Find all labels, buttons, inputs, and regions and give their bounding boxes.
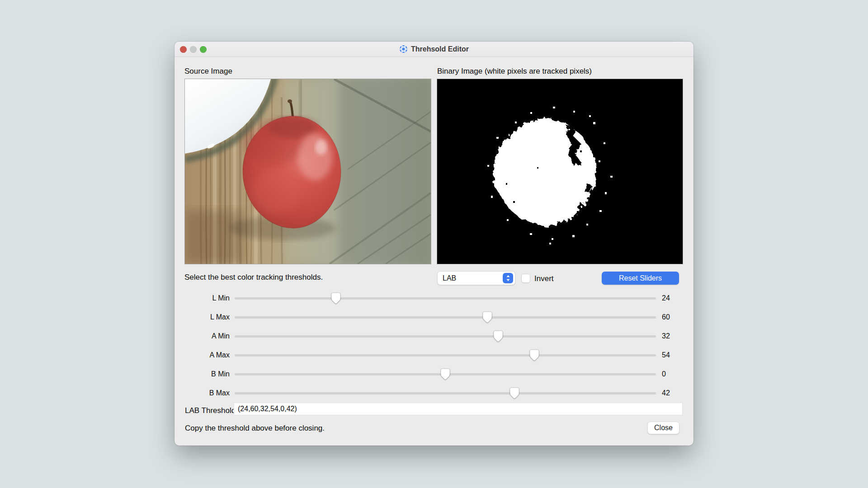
slider-track[interactable] [235,373,656,375]
slider-thumb[interactable] [529,349,539,363]
close-window-button[interactable] [180,46,187,53]
slider-value: 42 [662,389,670,397]
slider-row-a-min: A Min 32 [175,327,693,346]
slider-value: 60 [662,313,670,321]
slider-label: A Max [184,351,230,359]
reset-sliders-button[interactable]: Reset Sliders [602,272,679,285]
slider-thumb[interactable] [493,330,503,344]
slider-row-l-max: L Max 60 [175,308,693,327]
invert-checkbox[interactable] [521,274,530,283]
minimize-window-button[interactable] [190,46,197,53]
zoom-window-button[interactable] [200,46,207,53]
binary-image-label: Binary Image (white pixels are tracked p… [437,67,592,76]
slider-label: L Min [184,294,230,302]
color-space-value: LAB [438,274,503,282]
slider-value: 32 [662,332,670,340]
slider-label: A Min [184,332,230,340]
slider-label: L Max [184,313,230,321]
slider-label: B Min [184,370,230,378]
slider-value: 54 [662,351,670,359]
slider-thumb[interactable] [440,368,450,382]
source-image [185,79,431,264]
window-title-text: Threhsold Editor [411,45,469,53]
apple-photo [185,79,431,264]
slider-value: 0 [662,370,666,378]
slider-track[interactable] [235,316,656,319]
slider-thumb[interactable] [509,387,519,401]
aperture-icon [399,45,408,53]
prompt-text: Select the best color tracking threshold… [184,273,323,282]
source-image-label: Source Image [184,67,232,76]
slider-row-a-max: A Max 54 [175,346,693,365]
slider-label: B Max [184,389,230,397]
threshold-field-label: LAB Threshold [185,406,236,415]
slider-track[interactable] [235,297,656,300]
copy-note-text: Copy the threshold above before closing. [185,424,325,433]
slider-value: 24 [662,294,670,302]
slider-track[interactable] [235,354,656,357]
binary-mask [437,79,683,264]
slider-thumb[interactable] [331,292,341,306]
binary-image [437,79,683,264]
slider-row-b-min: B Min 0 [175,365,693,384]
slider-track[interactable] [235,335,656,338]
chevron-up-down-icon [503,273,513,283]
slider-row-l-min: L Min 24 [175,289,693,308]
slider-track[interactable] [235,392,656,394]
threshold-value-field[interactable] [234,403,683,415]
desktop: { "window": { "title": "Threhsold Editor… [0,0,868,488]
color-space-select[interactable]: LAB [437,271,515,285]
window-title: Threhsold Editor [399,45,469,53]
slider-row-b-max: B Max 42 [175,384,693,403]
title-bar[interactable]: Threhsold Editor [175,42,693,57]
invert-label: Invert [534,274,554,283]
threshold-editor-window: Threhsold Editor Source Image Binary Ima… [175,42,693,446]
slider-thumb[interactable] [482,311,492,325]
close-button[interactable]: Close [647,422,679,434]
